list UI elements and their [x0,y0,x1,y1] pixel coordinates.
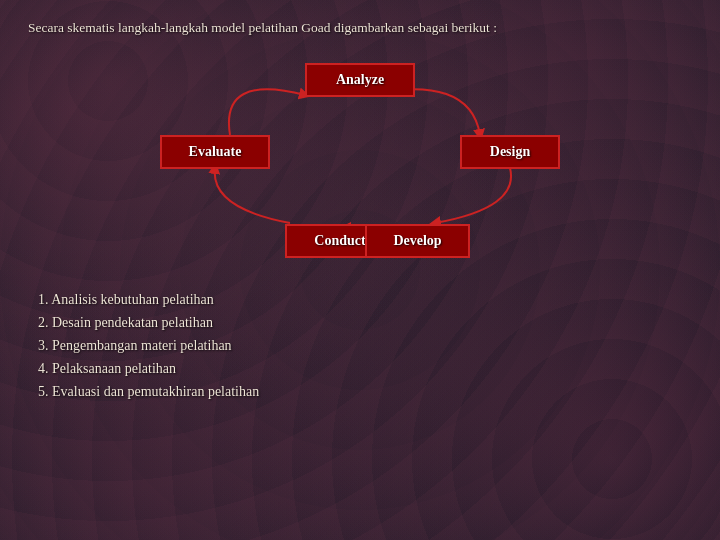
analyze-box: Analyze [305,63,415,97]
diagram-area: Analyze Evaluate Design Conduct Develop [28,56,692,266]
design-box: Design [460,135,560,169]
intro-text: Secara skematis langkah-langkah model pe… [28,18,692,38]
develop-box: Develop [365,224,470,258]
list-item: 4. Pelaksanaan pelatihan [38,357,692,380]
diagram-container: Analyze Evaluate Design Conduct Develop [160,63,560,258]
evaluate-box: Evaluate [160,135,270,169]
list-item: 5. Evaluasi dan pemutakhiran pelatihan [38,380,692,403]
list-item: 1. Analisis kebutuhan pelatihan [38,288,692,311]
list-item: 3. Pengembangan materi pelatihan [38,334,692,357]
page: Secara skematis langkah-langkah model pe… [0,0,720,540]
list-section: 1. Analisis kebutuhan pelatihan2. Desain… [28,288,692,403]
list-item: 2. Desain pendekatan pelatihan [38,311,692,334]
